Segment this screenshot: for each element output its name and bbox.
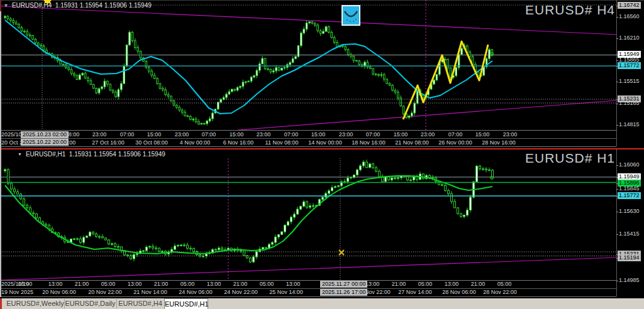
price-scale-label: 1.16742 [618,2,641,9]
chart-tab-h4[interactable]: EURUSD#,H4 [116,299,165,308]
time-axis-label: 20 Nov 06:00 [42,289,76,295]
h1-title-bar[interactable]: ▼EURUSD#,H1 1.15931 1.15954 1.15906 1.15… [18,151,165,158]
h1-symbol-period: EURUSD#,H1 [26,151,65,158]
price-scale-label: 1.14815 [619,121,640,128]
candles [4,160,494,263]
h1-time-axis-hours[interactable]: 2025/11/19 05:0013:0021:0005:0013:0021:0… [0,281,616,288]
time-axis-label: 28 Nov 16:00 [482,139,516,146]
time-axis-label: 24 Nov 06:00 [179,289,213,295]
time-axis-label: 07:00 [284,131,299,138]
price-scale-label: 1.16210 [619,35,640,41]
window-edge [0,0,1,11]
trendline[interactable] [0,6,616,35]
background-lines [0,158,616,280]
price-scale-label: 1.15772 [618,62,641,69]
time-axis-label: 18 Nov 16:00 [352,139,386,146]
axis-left-date: 2025/10 [1,131,22,138]
time-axis-label: 23:00 [339,131,353,138]
price-scale-label: 1.15194 [618,254,641,261]
chart-tab-bar: EURUSD#,WeeklyEURUSD#,DailyEURUSD#,H4EUR… [0,298,644,309]
chevron-down-icon: ▼ [4,3,8,8]
axis-separator [0,146,616,147]
h4-watermark: EURUSD# H4 [525,3,615,18]
price-scale-label: 1.15165 [619,100,640,107]
chart-window-h4[interactable]: ▼EURUSD#,H4 1.15931 1.15954 1.15906 1.15… [0,0,644,148]
time-axis-label: 15:00 [394,131,408,138]
time-axis-label: 21 Nov 08:00 [395,139,429,146]
time-axis-label: 07:00 [366,131,380,138]
price-scale-label: 1.15231 [618,95,641,102]
chart-tab-daily[interactable]: EURUSD#,Daily [64,299,117,308]
time-axis-label: 25 Nov 14:00 [269,289,303,295]
time-axis-label: 13:00 [48,281,63,287]
time-axis-label: 05:00 [101,281,116,287]
time-axis-label: 23:00 [92,131,107,138]
h1-chart-canvas[interactable] [0,158,616,280]
current-price-label: 1.15949 [618,173,641,180]
h1-time-axis-dates[interactable]: 19 Nov 2025 20 Nov 06:0020 Nov 22:0021 N… [0,289,616,296]
x-marker[interactable] [339,250,344,255]
price-scale-label: 1.15772 [618,192,641,199]
time-axis-label: 27 Oct 16:00 [92,139,125,146]
time-axis-label: 07:00 [202,131,216,138]
time-axis-label: 14 Nov 00:00 [308,139,342,146]
time-axis-label: 23:00 [175,131,189,138]
time-axis-label: 21:00 [154,281,169,287]
time-axis-label: 4 Nov 00:00 [180,139,211,146]
time-axis-label: 15:00 [475,131,490,138]
time-axis-label: 6 Nov 16:00 [223,139,254,146]
price-scale-label: 1.16560 [619,13,640,20]
active-window-border [0,148,644,149]
vline-time-tag: 2025.10.22 20:00 [21,139,69,146]
price-scale-label: 1.16060 [619,161,640,168]
time-axis-label: 21:00 [471,281,486,287]
zigzag-pattern[interactable] [403,41,488,119]
tab-bar-accent [0,298,2,309]
moving-average-line[interactable] [5,176,492,254]
overlay-objects [0,176,616,256]
h4-title-bar[interactable]: ▼EURUSD#,H4 1.15931 1.15954 1.15906 1.15… [4,2,152,9]
chart-tab-weekly[interactable]: EURUSD#,Weekly [6,299,65,308]
time-axis-label: 13:00 [445,281,459,287]
time-axis-label: 05:00 [497,281,512,287]
price-scale-label: 1.15630 [619,208,640,215]
price-scale-label: 1.15231 [618,251,641,258]
vline-time-tag: 2025.11.27 00:00 [320,281,367,288]
time-axis-label: 13:00 [128,281,142,287]
background-lines [0,0,616,130]
time-axis-label: 15:00 [147,131,162,138]
chart-window-h1[interactable]: ▼EURUSD#,H1 1.15931 1.15954 1.15906 1.15… [0,148,644,298]
time-axis-label: 15:00 [230,131,244,138]
h4-chart-canvas[interactable] [0,0,616,130]
price-scale-label: 1.15865 [619,57,640,63]
time-axis-label: 20 Nov 22:00 [88,289,122,295]
time-axis-label: 05:00 [418,281,433,287]
overlay-objects [0,5,616,119]
price-scale-label: 1.15415 [619,230,640,237]
h1-ohlc-readout: 1.15931 1.15954 1.15906 1.15949 [69,151,165,158]
time-axis-label: 07:00 [448,131,463,138]
axis-left-date: 19 Nov 2025 [1,289,33,295]
chart-tab-h1[interactable]: EURUSD#,H1 [164,298,208,309]
time-axis-label: 21:00 [392,281,406,287]
trendline[interactable] [238,100,616,130]
trendline[interactable] [0,258,616,280]
time-axis-label: 05:00 [260,281,274,287]
vline-time-tag: 2025.10.23 02:00 [21,131,69,138]
time-axis-label: 05:00 [180,281,195,287]
moving-average-line[interactable] [5,20,492,114]
price-scale-label: 1.14985 [619,277,640,284]
time-axis-label: 13:00 [207,281,221,287]
h4-ohlc-readout: 1.15931 1.15954 1.15906 1.15949 [55,2,152,9]
time-axis-label: 21:00 [233,281,248,287]
time-axis-label: 23:00 [421,131,435,138]
time-axis-label: 05:00 [18,281,33,287]
axis-separator [0,296,616,297]
time-axis-label: 11 Nov 08:00 [265,139,299,146]
smiley-sticker-icon[interactable] [341,5,360,26]
time-axis-label: 28 Nov 22:00 [483,289,517,295]
time-axis-label: 26 Nov 00:00 [438,139,472,146]
time-axis-label: 24 Nov 22:00 [224,289,258,295]
time-axis-label: 28 Nov 06:00 [442,289,476,295]
time-axis-label: 21:00 [75,281,89,287]
